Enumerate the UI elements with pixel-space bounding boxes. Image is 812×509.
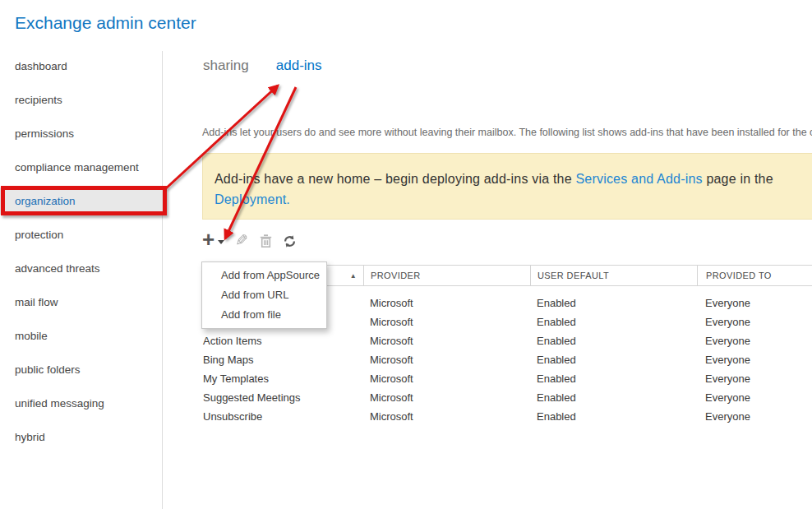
menu-item-add-from-url[interactable]: Add from URL — [202, 285, 326, 305]
tab-sharing[interactable]: sharing — [203, 58, 249, 74]
banner-text-after-link: page in the — [703, 172, 773, 186]
sidebar-item-public-folders[interactable]: public folders — [0, 353, 162, 386]
tab-bar: sharing add-ins — [203, 58, 322, 74]
banner-line-2: Deployment. — [215, 189, 812, 210]
sidebar-item-recipients[interactable]: recipients — [0, 83, 162, 117]
sidebar-item-compliance-management[interactable]: compliance management — [0, 150, 162, 184]
edit-icon[interactable]: ✎ — [235, 231, 248, 250]
table-row-action-items[interactable]: Action Items Microsoft Enabled Everyone — [201, 331, 812, 350]
sidebar-item-organization[interactable]: organization — [0, 187, 162, 215]
add-button[interactable]: + — [202, 236, 224, 246]
sidebar-item-protection[interactable]: protection — [0, 218, 162, 252]
sort-ascending-icon: ▲ — [350, 272, 357, 280]
toolbar: + ✎ — [202, 232, 297, 250]
addins-description-text: Add-ins let your users do and see more w… — [202, 127, 812, 138]
table-row-suggested-meetings[interactable]: Suggested Meetings Microsoft Enabled Eve… — [201, 388, 812, 407]
sidebar-item-mobile[interactable]: mobile — [0, 319, 162, 353]
sidebar-item-unified-messaging[interactable]: unified messaging — [0, 386, 162, 420]
banner-text-before-link: Add-ins have a new home – begin deployin… — [215, 172, 575, 186]
notice-banner: Add-ins have a new home – begin deployin… — [202, 153, 812, 220]
deployment-link[interactable]: Deployment. — [215, 192, 290, 206]
exchange-admin-center-window: Exchange admin center dashboard recipien… — [0, 0, 812, 509]
sidebar-nav: dashboard recipients permissions complia… — [0, 49, 162, 454]
column-header-user-default[interactable]: USER DEFAULT — [530, 266, 697, 285]
add-dropdown-menu: Add from AppSource Add from URL Add from… — [201, 261, 327, 329]
sidebar-item-hybrid[interactable]: hybrid — [0, 420, 162, 454]
services-and-addins-link[interactable]: Services and Add-ins — [575, 172, 702, 186]
sidebar-item-advanced-threats[interactable]: advanced threats — [0, 252, 162, 285]
sidebar-item-permissions[interactable]: permissions — [0, 117, 162, 150]
table-row-bing-maps[interactable]: Bing Maps Microsoft Enabled Everyone — [201, 350, 812, 369]
banner-line-1: Add-ins have a new home – begin deployin… — [215, 169, 812, 189]
column-header-provided-to[interactable]: PROVIDED TO — [697, 266, 812, 285]
column-header-provider[interactable]: PROVIDER — [363, 266, 530, 285]
chevron-down-icon — [218, 240, 224, 244]
sidebar-item-dashboard[interactable]: dashboard — [0, 49, 162, 83]
table-row-my-templates[interactable]: My Templates Microsoft Enabled Everyone — [201, 369, 812, 388]
tab-add-ins[interactable]: add-ins — [276, 58, 322, 74]
delete-icon[interactable] — [260, 234, 272, 248]
sidebar-divider — [162, 51, 163, 509]
page-title: Exchange admin center — [15, 13, 196, 33]
table-row-unsubscribe[interactable]: Unsubscribe Microsoft Enabled Everyone — [201, 407, 812, 426]
plus-icon: + — [202, 233, 215, 246]
menu-item-add-from-appsource[interactable]: Add from AppSource — [202, 266, 326, 285]
refresh-icon[interactable] — [283, 234, 297, 248]
menu-item-add-from-file[interactable]: Add from file — [202, 305, 326, 325]
sidebar-item-mail-flow[interactable]: mail flow — [0, 285, 162, 319]
